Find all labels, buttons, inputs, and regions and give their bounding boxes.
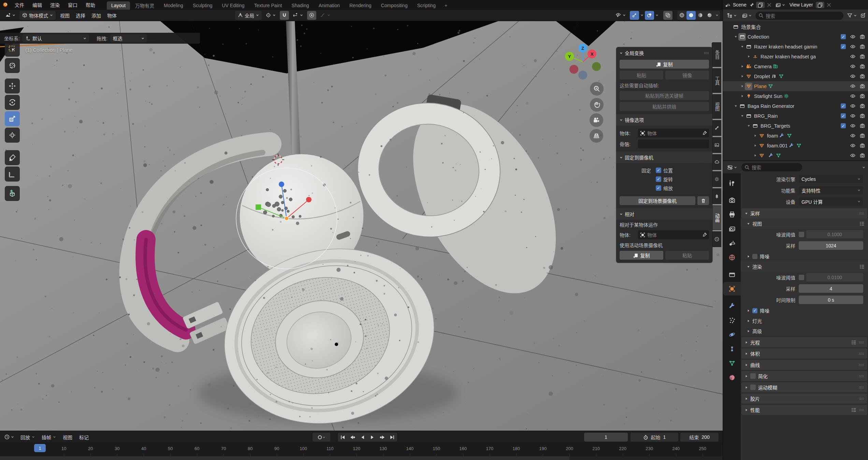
visibility-dropdown[interactable] xyxy=(613,11,628,20)
snap-settings-dropdown[interactable] xyxy=(290,11,306,20)
preset-icon[interactable] xyxy=(851,407,856,413)
rotate-tool-button[interactable] xyxy=(5,95,20,110)
outliner-row-collection[interactable]: Collection✓ xyxy=(723,32,868,42)
preset-icon[interactable] xyxy=(859,264,865,269)
panel-checkbox[interactable] xyxy=(750,373,756,379)
collection-checkbox[interactable]: ✓ xyxy=(841,113,846,118)
new-view-layer-button[interactable] xyxy=(816,2,824,8)
gizmo-dropdown-icon[interactable] xyxy=(640,14,643,17)
outliner-row-foam[interactable]: foam xyxy=(723,131,868,141)
subpanel-checkbox[interactable] xyxy=(752,254,757,259)
subpanel-header-渲染[interactable]: 渲染 xyxy=(741,261,868,272)
properties-tab-world[interactable] xyxy=(723,250,741,264)
relative-paste-button[interactable]: 粘贴 xyxy=(665,251,709,260)
properties-options-icon[interactable] xyxy=(862,166,865,169)
prop-dropdown-功能集[interactable]: 支持特性 xyxy=(799,186,863,195)
eye-icon[interactable] xyxy=(850,94,855,99)
scene-name[interactable]: Scene xyxy=(730,2,749,8)
prop-checkbox[interactable] xyxy=(799,275,804,280)
eye-icon[interactable] xyxy=(850,103,855,109)
camr-icon[interactable] xyxy=(860,54,865,59)
sidebar-tab-动画[interactable]: 动画 xyxy=(712,205,721,230)
prop-slider-噪波阈值[interactable]: 0.1000 xyxy=(806,230,863,239)
drag-dropdown[interactable]: 框选 xyxy=(110,34,147,42)
new-scene-button[interactable] xyxy=(756,2,765,8)
outliner-row-baga-rain-generator[interactable]: Baga Rain Generator✓ xyxy=(723,101,868,111)
play-button[interactable] xyxy=(367,433,377,442)
proportional-edit-toggle[interactable] xyxy=(307,11,316,20)
eye-icon[interactable] xyxy=(850,74,855,79)
grip-icon[interactable] xyxy=(859,211,864,216)
overlays-toggle[interactable] xyxy=(645,11,654,20)
orientation-dropdown[interactable]: 全局 xyxy=(235,11,262,20)
timeline-menu-插帧[interactable]: 插帧 xyxy=(38,434,59,441)
outliner-row-starlight-sun[interactable]: Starlight Sun xyxy=(723,91,868,101)
prev-keyframe-button[interactable] xyxy=(348,433,358,442)
relative-header[interactable]: 相对 xyxy=(616,208,712,220)
eye-icon[interactable] xyxy=(850,34,855,39)
timeline-menu-视图[interactable]: 视图 xyxy=(59,434,76,441)
remove-view-layer-icon[interactable] xyxy=(826,2,831,8)
grip-icon[interactable] xyxy=(704,51,709,56)
sidebar-tab-spark[interactable] xyxy=(712,171,721,187)
outliner-row-brg_targets[interactable]: BRG_Targets✓ xyxy=(723,121,868,131)
shading-solid-button[interactable] xyxy=(686,11,696,20)
eyedropper-icon[interactable] xyxy=(702,232,707,238)
collection-checkbox[interactable]: ✓ xyxy=(841,103,846,109)
workspace-tab[interactable]: Texture Paint xyxy=(250,1,287,10)
panel-header-简化[interactable]: 简化 xyxy=(741,371,867,381)
snap-toggle[interactable] xyxy=(280,11,289,20)
paste-to-selected-keys-button[interactable]: 粘贴到所选关键帧 xyxy=(620,91,709,100)
panel-header-运动模糊[interactable]: 运动模糊 xyxy=(741,382,867,392)
expand-icon[interactable] xyxy=(746,124,751,127)
outliner-row-brg_rain[interactable]: BRG_Rain✓ xyxy=(723,111,868,121)
fix-scale-checkbox[interactable]: ✓ xyxy=(656,185,661,191)
outliner-row-foam.001[interactable]: foam.001 xyxy=(723,141,868,150)
properties-tab-data[interactable] xyxy=(723,356,741,370)
paste-button[interactable]: 粘贴 xyxy=(620,71,663,80)
playhead[interactable]: 1 xyxy=(34,444,46,452)
eye-icon[interactable] xyxy=(850,64,855,69)
coord-dropdown[interactable]: 默认 xyxy=(23,34,89,42)
eye-icon[interactable] xyxy=(850,153,855,158)
sidebar-tab-tree[interactable] xyxy=(712,188,721,204)
workspace-tab[interactable]: Compositing xyxy=(377,1,412,10)
subpanel-header-降噪[interactable]: ✓降噪 xyxy=(741,305,868,316)
camr-icon[interactable] xyxy=(860,74,865,79)
move-tool-button[interactable] xyxy=(5,78,20,94)
prop-slider-时间限制[interactable]: 0 s xyxy=(799,296,863,304)
pin-icon[interactable] xyxy=(749,2,754,8)
add-workspace-button[interactable]: + xyxy=(440,1,452,10)
axis-ball-Y[interactable]: Y xyxy=(565,52,574,61)
expand-icon[interactable] xyxy=(752,144,758,147)
prop-slider-采样[interactable]: 1024 xyxy=(799,241,863,250)
eye-icon[interactable] xyxy=(850,133,855,138)
current-frame-field[interactable]: 1 xyxy=(584,433,628,442)
subpanel-checkbox[interactable]: ✓ xyxy=(752,308,757,313)
workspace-tab[interactable]: Modeling xyxy=(159,1,188,10)
prop-dropdown-渲染引擎[interactable]: Cycles xyxy=(799,175,863,183)
viewport-menu[interactable]: 视图 xyxy=(57,11,73,20)
properties-tab-particles[interactable] xyxy=(723,313,741,327)
outliner-search-input[interactable]: 搜索 xyxy=(755,12,843,20)
workspace-tab[interactable]: Layout xyxy=(107,1,130,10)
expand-icon[interactable] xyxy=(733,35,738,38)
falloff-dropdown[interactable] xyxy=(318,11,333,20)
sidebar-tab-clock[interactable] xyxy=(712,231,721,247)
viewport-menu[interactable]: 添加 xyxy=(88,11,104,20)
workspace-tab[interactable]: Rendering xyxy=(345,1,376,10)
ortho-grid-button[interactable] xyxy=(590,129,603,143)
axis-ball-neg[interactable] xyxy=(592,62,601,71)
camr-icon[interactable] xyxy=(860,123,865,128)
expand-icon[interactable] xyxy=(739,114,745,117)
grip-icon[interactable] xyxy=(859,374,864,379)
fix-location-checkbox[interactable]: ✓ xyxy=(656,168,661,173)
fix-camera-header[interactable]: 固定到摄像机 xyxy=(616,152,712,163)
panel-header-采样[interactable]: 采样 xyxy=(741,208,867,218)
sidebar-tab-视图[interactable]: 视图 xyxy=(712,94,721,119)
pan-hand-button[interactable] xyxy=(590,98,604,112)
prop-slider-采样[interactable]: 4 xyxy=(799,284,863,293)
grip-icon[interactable] xyxy=(859,407,864,413)
outliner-row-razer-kraken-headset-gamin[interactable]: Razer kraken headset gamin✓ xyxy=(723,42,868,52)
topbar-menu[interactable]: 编辑 xyxy=(28,0,46,10)
